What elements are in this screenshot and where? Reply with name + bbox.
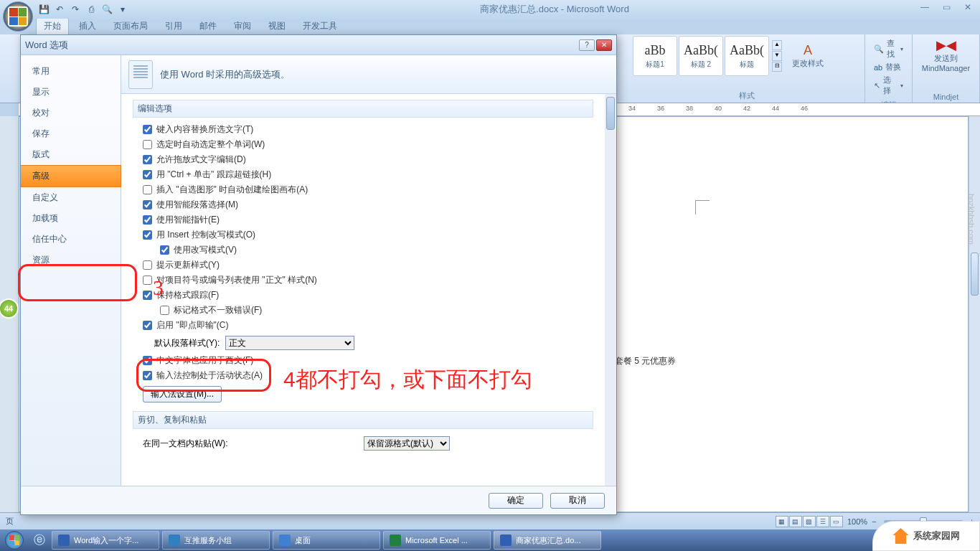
office-button[interactable]	[3, 1, 33, 32]
mindmanager-button[interactable]: ▶◀ 发送到 MindManager	[917, 36, 975, 74]
options-header: 使用 Word 时采用的高级选项。	[121, 55, 616, 94]
task-group[interactable]: 互推服务小组	[162, 531, 270, 550]
save-icon[interactable]: 💾	[37, 3, 50, 16]
edit-group-label: 编辑	[870, 98, 908, 103]
word-options-dialog: Word 选项 ? ✕ 常用 显示 校对 保存 版式 高级 自定义 加载项 信任…	[20, 34, 617, 515]
chk-drag-drop[interactable]	[143, 155, 152, 164]
word-doc-icon	[500, 534, 512, 546]
style-heading2[interactable]: AaBb(标题 2	[679, 36, 723, 76]
ribbon-tabs: 开始 插入 页面布局 引用 邮件 审阅 视图 开发工具	[0, 19, 980, 34]
style-heading1[interactable]: aBb标题1	[633, 36, 677, 76]
redo-icon[interactable]: ↷	[69, 3, 82, 16]
find-button[interactable]: 🔍查找▾	[872, 37, 905, 60]
tab-insert[interactable]: 插入	[72, 18, 103, 34]
cancel-button[interactable]: 取消	[550, 493, 605, 509]
start-button[interactable]	[0, 529, 29, 551]
tab-review[interactable]: 审阅	[227, 18, 258, 34]
chk-mark-inconsistent[interactable]	[160, 306, 169, 315]
site-logo: 系统家园网	[872, 521, 980, 551]
view-print-icon[interactable]: ▦	[776, 516, 788, 527]
select-button[interactable]: ↖选择▾	[872, 74, 905, 97]
nav-general[interactable]: 常用	[21, 61, 121, 82]
task-word-doc[interactable]: 商家优惠汇总.do...	[494, 531, 601, 550]
maximize-icon[interactable]: ▭	[937, 1, 956, 13]
tab-developer[interactable]: 开发工具	[296, 18, 344, 34]
site-logo-text: 系统家园网	[913, 529, 960, 542]
options-content: 编辑选项 键入内容替换所选文字(T) 选定时自动选定整个单词(W) 允许拖放式文…	[121, 94, 605, 486]
replace-icon: ab	[874, 63, 882, 72]
chk-ime-active[interactable]	[143, 371, 152, 380]
tab-references[interactable]: 引用	[158, 18, 189, 34]
chk-use-overtype[interactable]	[160, 245, 169, 255]
change-style-icon: A	[804, 43, 812, 58]
gallery-up-icon[interactable]: ▲	[772, 40, 782, 50]
nav-typography[interactable]: 版式	[21, 144, 121, 165]
nav-proofing[interactable]: 校对	[21, 103, 121, 123]
ok-button[interactable]: 确定	[489, 493, 543, 509]
mindjet-group: ▶◀ 发送到 MindManager Mindjet	[913, 34, 980, 103]
chk-normal-style[interactable]	[143, 276, 152, 285]
view-web-icon[interactable]: ▧	[803, 516, 816, 527]
change-style-button[interactable]: A 更改样式	[788, 42, 828, 70]
view-draft-icon[interactable]: ▭	[830, 516, 843, 527]
status-page: 页	[6, 516, 14, 527]
chk-smart-cursor[interactable]	[143, 215, 152, 225]
chk-track-format[interactable]	[143, 291, 152, 300]
nav-advanced[interactable]: 高级	[21, 165, 121, 187]
zoom-out-icon[interactable]: −	[872, 517, 876, 526]
chk-select-word[interactable]	[143, 140, 152, 149]
nav-trust[interactable]: 信任中心	[21, 229, 121, 250]
view-buttons: ▦ ▤ ▧ ☰ ▭	[776, 516, 843, 527]
find-icon: 🔍	[874, 44, 884, 54]
tab-home[interactable]: 开始	[36, 17, 69, 34]
chk-click-type[interactable]	[143, 321, 152, 330]
chk-insert-overtype[interactable]	[143, 230, 152, 240]
tab-layout[interactable]: 页面布局	[106, 18, 155, 34]
tab-mail[interactable]: 邮件	[192, 18, 224, 34]
nav-addins[interactable]: 加载项	[21, 208, 121, 229]
undo-icon[interactable]: ↶	[53, 3, 66, 16]
nav-resources[interactable]: 资源	[21, 250, 121, 270]
task-word-help[interactable]: Word输入一个字...	[52, 531, 159, 550]
replace-button[interactable]: ab替换	[872, 61, 905, 73]
print-icon[interactable]: ⎙	[85, 3, 98, 16]
dialog-help-icon[interactable]: ?	[579, 39, 595, 51]
nav-customize[interactable]: 自定义	[21, 187, 121, 208]
qat-more-icon[interactable]: ▾	[116, 3, 129, 16]
dialog-title-bar[interactable]: Word 选项 ? ✕	[21, 35, 616, 55]
options-header-text: 使用 Word 时采用的高级选项。	[160, 68, 290, 81]
minimize-icon[interactable]: —	[915, 1, 934, 13]
task-excel[interactable]: Microsoft Excel ...	[383, 531, 491, 550]
nav-display[interactable]: 显示	[21, 82, 121, 103]
tab-view[interactable]: 视图	[261, 18, 293, 34]
gallery-more-icon[interactable]: ⊟	[772, 62, 782, 72]
style-title[interactable]: AaBb(标题	[725, 36, 769, 76]
chk-smart-para[interactable]	[143, 200, 152, 209]
group-icon	[169, 534, 180, 546]
view-outline-icon[interactable]: ☰	[816, 516, 829, 527]
dialog-close-icon[interactable]: ✕	[596, 39, 612, 51]
nav-save[interactable]: 保存	[21, 123, 121, 144]
default-para-select[interactable]: 正文	[225, 336, 354, 350]
task-desktop[interactable]: 桌面	[273, 531, 380, 550]
ime-settings-button[interactable]: 输入法设置(M)...	[143, 386, 222, 402]
close-icon[interactable]: ✕	[958, 1, 977, 13]
chk-prompt-style[interactable]	[143, 260, 152, 270]
watermark: hnzkhbsb.com	[961, 194, 976, 245]
chk-typing-replaces[interactable]	[143, 125, 152, 134]
paste-same-select[interactable]: 保留源格式(默认)	[364, 436, 450, 451]
styles-group: aBb标题1 AaBb(标题 2 AaBb(标题 ▲ ▼ ⊟ A 更改样式 样式	[628, 34, 865, 103]
chk-ctrl-click[interactable]	[143, 170, 152, 179]
options-scrollbar[interactable]	[605, 94, 616, 486]
dialog-footer: 确定 取消	[21, 486, 616, 514]
gallery-down-icon[interactable]: ▼	[772, 51, 782, 61]
zoom-level[interactable]: 100%	[847, 517, 867, 526]
mindmanager-icon: ▶◀	[936, 37, 956, 53]
taskbar-ie-icon[interactable]: ⓔ	[34, 533, 45, 548]
preview-icon[interactable]: 🔍	[100, 3, 113, 16]
view-fullscreen-icon[interactable]: ▤	[789, 516, 802, 527]
vertical-scrollbar[interactable]	[969, 116, 980, 512]
chk-cjk-font[interactable]	[143, 356, 152, 365]
word-icon	[58, 534, 70, 546]
chk-auto-canvas[interactable]	[143, 185, 152, 194]
